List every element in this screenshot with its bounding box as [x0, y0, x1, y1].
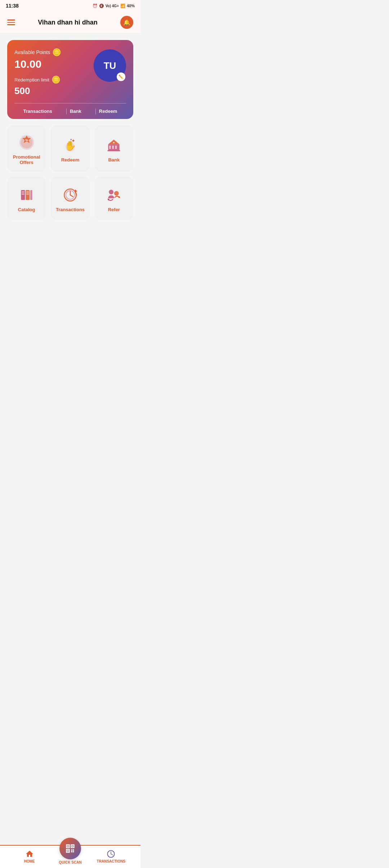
header: Vihan dhan hi dhan 🔔: [0, 12, 140, 34]
svg-rect-11: [115, 145, 117, 149]
coin-icon: 🪙: [52, 48, 61, 57]
status-time: 11:38: [6, 3, 19, 9]
svg-rect-20: [26, 191, 29, 192]
svg-point-29: [109, 190, 114, 194]
redeem-label: Redeem: [61, 157, 80, 163]
battery-text: 40%: [127, 4, 135, 8]
svg-line-27: [70, 195, 73, 197]
card-actions: Transactions Bank Redeem: [14, 103, 126, 119]
promotional-offers-item[interactable]: % Promotional Offers: [7, 125, 46, 172]
redemption-value: 500: [14, 85, 94, 97]
menu-icon[interactable]: [7, 19, 15, 25]
svg-marker-28: [75, 189, 77, 192]
points-value: 10.00: [14, 58, 94, 70]
refer-label: Refer: [108, 207, 120, 212]
svg-rect-18: [22, 194, 24, 195]
redemption-coin-icon: 🪙: [52, 75, 61, 84]
svg-point-14: [113, 142, 115, 143]
catalog-item[interactable]: Catalog: [7, 177, 46, 220]
svg-rect-9: [109, 145, 111, 149]
svg-rect-12: [108, 150, 120, 151]
promotional-offers-icon: %: [18, 134, 35, 151]
redeem-button[interactable]: Redeem: [95, 108, 121, 114]
points-info: Available Points 🪙 10.00 Redemption limi…: [14, 48, 94, 97]
catalog-icon: [18, 187, 35, 203]
svg-rect-21: [26, 192, 29, 193]
mute-icon: 🔇: [99, 4, 104, 8]
refer-icon: [106, 187, 122, 203]
bank-item[interactable]: Bank: [95, 125, 133, 172]
svg-text:✦: ✦: [70, 138, 72, 141]
grid-menu: % Promotional Offers ✋ ✦ ✦ Redeem: [7, 125, 133, 220]
redeem-icon: ✋ ✦ ✦: [62, 137, 79, 154]
grid-row-2: Catalog Transactions: [7, 177, 133, 220]
svg-point-30: [114, 191, 119, 195]
transactions-button[interactable]: Transactions: [20, 108, 56, 114]
bank-button[interactable]: Bank: [66, 108, 85, 114]
edit-avatar-button[interactable]: ✏️: [117, 72, 125, 81]
svg-rect-16: [22, 191, 24, 192]
transactions-item[interactable]: Transactions: [51, 177, 89, 220]
svg-rect-23: [30, 190, 32, 200]
transactions-label: Transactions: [56, 207, 85, 212]
bank-icon: [106, 137, 122, 154]
promotional-offers-label: Promotional Offers: [13, 154, 40, 165]
avatar: TU ✏️: [94, 49, 126, 82]
network-icon: Vo) 4G+: [106, 4, 119, 8]
available-label: Available Points 🪙: [14, 48, 94, 57]
points-card: Available Points 🪙 10.00 Redemption limi…: [7, 40, 133, 119]
svg-rect-10: [112, 145, 114, 149]
refer-item[interactable]: Refer: [95, 177, 133, 220]
svg-marker-13: [108, 140, 120, 144]
svg-rect-17: [22, 192, 24, 193]
redeem-item[interactable]: ✋ ✦ ✦ Redeem: [51, 125, 89, 172]
status-bar: 11:38 ⏰ 🔇 Vo) 4G+ 📶 40%: [0, 0, 140, 12]
transactions-icon: [62, 187, 79, 203]
svg-text:%: %: [25, 138, 28, 142]
alarm-icon: ⏰: [93, 4, 98, 8]
app-title: Vihan dhan hi dhan: [38, 19, 98, 26]
status-icons: ⏰ 🔇 Vo) 4G+ 📶 40%: [93, 4, 135, 8]
bank-label: Bank: [108, 157, 120, 163]
svg-rect-22: [26, 194, 29, 195]
catalog-label: Catalog: [18, 207, 35, 212]
signal-icon: 📶: [120, 4, 125, 8]
grid-row-1: % Promotional Offers ✋ ✦ ✦ Redeem: [7, 125, 133, 172]
redemption-label: Redemption limit 🪙: [14, 75, 94, 84]
notification-bell-icon[interactable]: 🔔: [120, 16, 133, 29]
